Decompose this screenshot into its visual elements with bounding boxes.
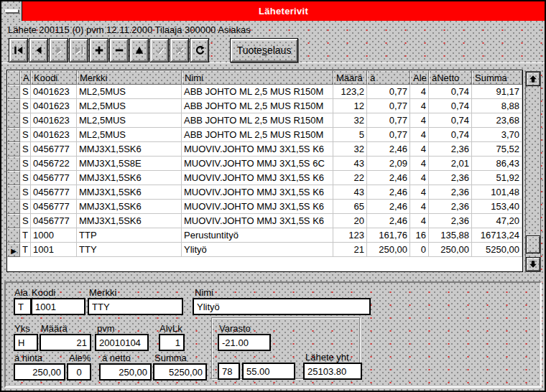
nav-last-button[interactable] — [69, 38, 88, 62]
merkki-field[interactable] — [88, 298, 183, 315]
grid-cell[interactable]: 5 — [333, 128, 367, 142]
grid-cell[interactable]: 0 — [410, 243, 429, 257]
a-netto-field[interactable] — [99, 363, 152, 381]
grid-cell[interactable]: MMJ3X1,5S8E — [77, 157, 182, 171]
grid-cell[interactable]: 65 — [333, 200, 367, 214]
grid-cell[interactable]: 4 — [410, 128, 429, 142]
grid-cell[interactable]: 16 — [410, 228, 429, 243]
grid-cell[interactable]: MMJ3X1,5SK6 — [77, 142, 182, 157]
grid-cell[interactable]: 4 — [410, 142, 429, 157]
grid-cell[interactable]: 0,74 — [429, 128, 472, 142]
grid-cell[interactable]: 101,48 — [472, 185, 522, 200]
scroll-up-button[interactable] — [526, 72, 540, 86]
grid-cell[interactable]: MUOVIV.JOHTO MMJ 3X1,5S K6 — [182, 171, 333, 185]
grid-cell[interactable]: 0401623 — [31, 85, 77, 99]
ala-field[interactable] — [14, 298, 32, 315]
grid-cell[interactable]: 2,46 — [367, 200, 410, 214]
grid-cell[interactable]: 2,09 — [367, 157, 410, 171]
grid-cell[interactable]: Ylityö — [182, 243, 333, 257]
grid-cell[interactable]: 123 — [333, 228, 367, 243]
grid-cell[interactable]: S — [20, 200, 31, 214]
grid-cell[interactable]: S — [20, 171, 31, 185]
grid-cell[interactable]: MMJ3X1,5SK6 — [77, 214, 182, 228]
grid-cell[interactable]: MMJ3X1,5SK6 — [77, 185, 182, 200]
grid-cell[interactable]: S — [20, 142, 31, 157]
nav-prior-button[interactable] — [29, 38, 48, 62]
grid-cell[interactable]: 153,40 — [472, 200, 522, 214]
grid-cell[interactable]: ABB JOHTO ML 2,5 MUS R150M — [182, 113, 333, 128]
grid-cell[interactable]: 2,46 — [367, 185, 410, 200]
column-header-5[interactable]: Määrä — [333, 70, 367, 85]
scrollbar-thumb[interactable] — [526, 235, 540, 253]
maara-field[interactable] — [40, 334, 91, 351]
grid-cell[interactable]: 2,46 — [367, 214, 410, 228]
grid-cell[interactable]: 2,01 — [429, 157, 472, 171]
grid-cell[interactable]: S — [20, 99, 31, 113]
grid-cell[interactable]: S — [20, 157, 31, 171]
grid-cell[interactable]: 0,74 — [429, 85, 472, 99]
grid-cell[interactable]: MUOVIV.JOHTO MMJ 3X1,5S K6 — [182, 185, 333, 200]
grid-cell[interactable]: 4 — [410, 185, 429, 200]
grid-cell[interactable]: 135,88 — [429, 228, 472, 243]
grid-cell[interactable]: S — [20, 185, 31, 200]
grid-cell[interactable]: S — [20, 214, 31, 228]
grid-cell[interactable]: ML2,5MUS — [77, 128, 182, 142]
column-header-9[interactable]: Summa — [472, 70, 522, 85]
grid-cell[interactable]: 32 — [333, 113, 367, 128]
grid-cell[interactable]: 2,36 — [429, 214, 472, 228]
nav-cancel-button[interactable] — [170, 38, 189, 62]
grid-cell[interactable]: 22 — [333, 171, 367, 185]
grid-cell[interactable]: 12 — [333, 99, 367, 113]
column-header-1[interactable]: A — [20, 70, 31, 85]
column-header-8[interactable]: áNetto — [429, 70, 472, 85]
grid-cell[interactable]: 1000 — [31, 228, 77, 243]
grid-cell[interactable]: TTY — [77, 243, 182, 257]
grid-cell[interactable]: 250,00 — [429, 243, 472, 257]
grid-cell[interactable]: 0456777 — [31, 200, 77, 214]
grid-cell[interactable]: 3,70 — [472, 128, 522, 142]
pvm-field[interactable] — [95, 334, 149, 351]
grid-cell[interactable]: 0,74 — [429, 113, 472, 128]
grid-cell[interactable]: 8,88 — [472, 99, 522, 113]
extra2-field[interactable] — [242, 363, 295, 380]
grid-cell[interactable]: 4 — [410, 85, 429, 99]
grid-cell[interactable]: 2,36 — [429, 200, 472, 214]
grid-cell[interactable]: MMJ3X1,5SK6 — [77, 171, 182, 185]
grid-cell[interactable]: S — [20, 85, 31, 99]
grid-cell[interactable]: 0,77 — [367, 85, 410, 99]
grid-cell[interactable]: 32 — [333, 142, 367, 157]
nav-edit-button[interactable] — [129, 38, 149, 62]
grid-cell[interactable]: TTP — [77, 228, 182, 243]
grid-cell[interactable]: 0456777 — [31, 142, 77, 157]
summa-field[interactable] — [153, 363, 207, 381]
grid-cell[interactable]: 0,77 — [367, 113, 410, 128]
grid-cell[interactable]: 4 — [410, 214, 429, 228]
grid-cell[interactable]: 0401623 — [31, 113, 77, 128]
grid-cell[interactable]: Perustuntityö — [182, 228, 333, 243]
nav-delete-button[interactable] — [109, 38, 129, 62]
grid-cell[interactable]: MUOVIV.JOHTO MMJ 3X1,5S 6C — [182, 157, 333, 171]
grid-cell[interactable]: MMJ3X1,5SK6 — [77, 200, 182, 214]
grid-cell[interactable]: 0456777 — [31, 171, 77, 185]
nav-refresh-button[interactable] — [190, 38, 209, 62]
nimi-field[interactable] — [193, 298, 371, 315]
grid-cell[interactable]: 2,46 — [367, 142, 410, 157]
grid-cell[interactable]: 21 — [333, 243, 367, 257]
grid-cell[interactable]: 16713,24 — [472, 228, 522, 243]
grid-cell[interactable]: S — [20, 128, 31, 142]
grid-cell[interactable]: 86,43 — [472, 157, 522, 171]
a-hinta-field[interactable] — [14, 363, 65, 381]
lahete-yht-field[interactable] — [303, 363, 362, 380]
grid-cell[interactable]: 47,20 — [472, 214, 522, 228]
grid-cell[interactable]: 5250,00 — [472, 243, 522, 257]
grid-cell[interactable]: 43 — [333, 157, 367, 171]
grid-cell[interactable]: MUOVIV.JOHTO MMJ 3X1,5S K6 — [182, 200, 333, 214]
grid-cell[interactable]: 75,52 — [472, 142, 522, 157]
product-browse-button[interactable]: Tuoteselaus — [230, 38, 298, 62]
grid-cell[interactable]: 4 — [410, 113, 429, 128]
grid-cell[interactable]: MUOVIV.JOHTO MMJ 3X1,5S K6 — [182, 142, 333, 157]
grid-cell[interactable]: T — [20, 243, 31, 257]
nav-next-button[interactable] — [49, 38, 68, 62]
nav-first-button[interactable] — [9, 38, 28, 62]
grid-cell[interactable]: S — [20, 113, 31, 128]
